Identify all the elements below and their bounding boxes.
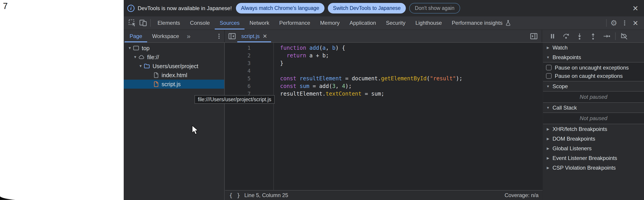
code-line-4[interactable] — [280, 67, 462, 75]
tab-application[interactable]: Application — [344, 16, 381, 29]
infobar-close-icon[interactable]: × — [632, 3, 638, 13]
deactivate-breakpoints-icon[interactable] — [620, 32, 629, 41]
tab-console[interactable]: Console — [185, 16, 215, 29]
debugger-toolbar — [542, 30, 644, 42]
more-tabs-icon[interactable]: » — [184, 30, 193, 42]
step-icon[interactable] — [602, 32, 611, 41]
mouse-cursor-icon — [192, 125, 200, 135]
tree-expanded-arrow-icon[interactable]: ▼ — [132, 55, 138, 59]
checkbox-pause-on-caught-exceptions[interactable] — [546, 73, 552, 79]
tab-lighthouse[interactable]: Lighthouse — [410, 16, 446, 29]
tab-performance-insights[interactable]: Performance insights — [447, 16, 516, 29]
tree-item-script-js[interactable]: script.js — [124, 80, 224, 89]
tree-expanded-arrow-icon[interactable]: ▼ — [138, 64, 144, 68]
file-js-icon — [153, 81, 159, 87]
tree-item-users-user-project[interactable]: ▼Users/user/project — [124, 62, 224, 71]
line-number[interactable]: 2 — [225, 52, 253, 59]
tree-item-label: top — [142, 45, 150, 51]
code-line-6[interactable]: const sum = add(3, 4); — [280, 82, 462, 90]
navigator-tab-page[interactable]: Page — [124, 30, 147, 42]
checkbox-row-pause-on-uncaught-exceptions: Pause on uncaught exceptions — [543, 63, 644, 72]
tab-label: Sources — [220, 20, 240, 26]
tree-item-label: script.js — [162, 81, 181, 87]
section-header-scope[interactable]: ▼Scope — [543, 81, 644, 91]
section-expanded-arrow-icon: ▼ — [546, 55, 550, 59]
section-header-global-listeners[interactable]: ▶Global Listeners — [543, 144, 644, 153]
section-header-csp-violation-breakpoints[interactable]: ▶CSP Violation Breakpoints — [543, 163, 644, 173]
section-header-event-listener-breakpoints[interactable]: ▶Event Listener Breakpoints — [543, 153, 644, 163]
section-label: CSP Violation Breakpoints — [552, 165, 616, 171]
line-number[interactable]: 4 — [225, 67, 253, 75]
editor-statusbar: { } Line 5, Column 25 Coverage: n/a — [225, 190, 542, 200]
code-line-1[interactable]: function add(a, b) { — [280, 44, 462, 52]
tab-security[interactable]: Security — [381, 16, 410, 29]
code-line-7[interactable]: resultElement.textContent = sum; — [280, 90, 462, 98]
gutter-border — [273, 43, 274, 190]
step-into-icon[interactable] — [575, 32, 584, 41]
tab-sources[interactable]: Sources — [215, 16, 244, 29]
tree-item-file[interactable]: ▼file:// — [124, 53, 224, 62]
tab-performance[interactable]: Performance — [274, 16, 315, 29]
section-header-watch[interactable]: ▶Watch — [543, 43, 644, 52]
line-number[interactable]: 1 — [225, 44, 253, 52]
section-collapsed-arrow-icon: ▶ — [546, 147, 550, 151]
line-number[interactable]: 3 — [225, 59, 253, 67]
code-editor[interactable]: 1234567 function add(a, b) { return a + … — [225, 43, 542, 200]
editor-tab-scriptjs[interactable]: script.js × — [237, 30, 271, 42]
cursor-position-status: Line 5, Column 25 — [244, 192, 288, 199]
tab-elements[interactable]: Elements — [152, 16, 185, 29]
divider — [150, 19, 151, 27]
line-number[interactable]: 6 — [225, 82, 253, 90]
infobar-button-switch-devtools-to-japanese[interactable]: Switch DevTools to Japanese — [328, 3, 406, 13]
file-navigator: ▼top▼file://▼Users/user/projectindex.htm… — [124, 43, 225, 200]
code-line-3[interactable]: } — [280, 59, 462, 67]
section-header-breakpoints[interactable]: ▼Breakpoints — [543, 52, 644, 62]
tree-item-label: file:// — [147, 54, 159, 60]
coverage-status[interactable]: Coverage: n/a — [504, 192, 538, 199]
tree-item-top[interactable]: ▼top — [124, 44, 224, 53]
tree-item-index-html[interactable]: index.html — [124, 71, 224, 80]
device-toolbar-icon[interactable] — [138, 16, 148, 29]
cursor-bottom-left-icon — [0, 197, 16, 200]
section-expanded-arrow-icon: ▼ — [546, 84, 550, 88]
infobar-button-don-t-show-again[interactable]: Don't show again — [409, 3, 460, 13]
checkbox-pause-on-uncaught-exceptions[interactable] — [546, 65, 552, 70]
settings-gear-icon[interactable]: ⚙ — [608, 16, 619, 29]
section-label: DOM Breakpoints — [552, 136, 595, 142]
flask-icon — [505, 19, 512, 26]
line-number[interactable]: 5 — [225, 75, 253, 82]
tab-network[interactable]: Network — [244, 16, 274, 29]
section-header-xhr-fetch-breakpoints[interactable]: ▶XHR/fetch Breakpoints — [543, 124, 644, 134]
divider — [606, 19, 606, 27]
tab-label: Security — [386, 20, 406, 26]
pretty-print-icon[interactable]: { } — [229, 192, 241, 199]
main-toolbar: ElementsConsoleSourcesNetworkPerformance… — [124, 16, 644, 30]
code-line-5[interactable]: const resultElement = document.getElemen… — [280, 75, 462, 82]
section-header-call-stack[interactable]: ▼Call Stack — [543, 103, 644, 113]
section-collapsed-arrow-icon: ▶ — [546, 46, 550, 50]
code-line-2[interactable]: return a + b; — [280, 52, 462, 59]
close-tab-icon[interactable]: × — [263, 32, 267, 40]
kebab-menu-icon[interactable] — [619, 16, 630, 29]
tab-label: Console — [190, 20, 210, 26]
navigator-menu-icon[interactable] — [214, 30, 224, 42]
pause-icon[interactable] — [548, 32, 557, 41]
section-collapsed-arrow-icon: ▶ — [546, 156, 550, 160]
close-devtools-icon[interactable]: × — [630, 16, 641, 29]
panels: ▼top▼file://▼Users/user/projectindex.htm… — [124, 43, 644, 200]
hide-debugger-sidebar-icon[interactable] — [529, 30, 539, 42]
line-number-gutter[interactable]: 1234567 — [225, 44, 253, 98]
editor-tabstrip: script.js × — [225, 30, 542, 42]
tree-expanded-arrow-icon[interactable]: ▼ — [127, 46, 133, 50]
file-icon — [153, 72, 159, 78]
navigator-header: PageWorkspace » — [124, 30, 225, 42]
hide-navigator-icon[interactable] — [227, 30, 237, 42]
step-out-icon[interactable] — [588, 32, 598, 41]
step-over-icon[interactable] — [562, 32, 570, 41]
inspect-icon[interactable] — [127, 16, 138, 29]
section-label: Global Listeners — [552, 145, 592, 152]
section-header-dom-breakpoints[interactable]: ▶DOM Breakpoints — [543, 134, 644, 144]
infobar-button-always-match-chrome-s-language[interactable]: Always match Chrome's language — [236, 3, 324, 13]
tab-memory[interactable]: Memory — [315, 16, 345, 29]
navigator-tab-workspace[interactable]: Workspace — [147, 30, 184, 42]
